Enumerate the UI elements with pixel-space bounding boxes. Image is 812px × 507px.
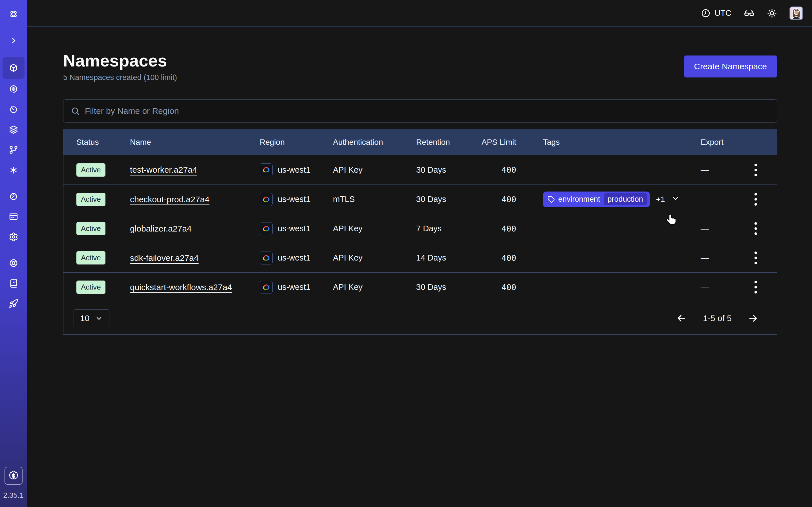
tag-value: production [604, 193, 647, 205]
clock-icon [701, 8, 711, 18]
sidebar-item-support[interactable] [3, 253, 24, 273]
arrow-left-icon [676, 313, 687, 324]
auth-method: API Key [333, 283, 416, 292]
gcp-cloud-icon [260, 193, 273, 206]
chevron-down-icon [671, 194, 680, 203]
sidebar-expand-chevron-icon[interactable] [3, 31, 24, 51]
aps-limit-value: 400 [481, 194, 516, 204]
status-badge: Active [77, 222, 105, 235]
namespace-link[interactable]: quickstart-workflows.a27a4 [130, 283, 232, 292]
sidebar-item-workflows[interactable] [3, 79, 24, 99]
region-label: us-west1 [278, 283, 310, 292]
sidebar-item-settings[interactable] [3, 227, 24, 247]
retention-value: 30 Days [416, 283, 481, 292]
page-size-select[interactable]: 10 [73, 309, 109, 327]
namespace-count: 5 Namespaces created (100 limit) [63, 73, 177, 82]
auth-method: API Key [333, 224, 416, 233]
user-avatar[interactable] [790, 6, 803, 20]
page-size-value: 10 [80, 314, 89, 323]
topbar: UTC [27, 0, 812, 27]
namespace-link[interactable]: checkout-prod.a27a4 [130, 194, 209, 204]
export-value: — [701, 224, 746, 233]
table-row: Active sdk-failover.a27a4 us-west1 API K… [63, 243, 777, 272]
gcp-cloud-icon [260, 222, 273, 235]
export-value: — [701, 253, 746, 263]
export-value: — [701, 165, 746, 175]
card-icon [9, 212, 18, 221]
spiral-icon [9, 84, 18, 94]
page-range: 1-5 of 5 [703, 314, 732, 323]
table-row: Active quickstart-workflows.a27a4 us-wes… [63, 272, 777, 302]
sidebar-divider [0, 183, 27, 183]
retention-value: 30 Days [416, 194, 481, 204]
status-badge: Active [77, 163, 105, 177]
row-actions-menu[interactable] [752, 191, 759, 208]
sidebar-item-docs[interactable] [3, 273, 24, 293]
col-authentication: Authentication [333, 138, 416, 147]
namespace-link[interactable]: sdk-failover.a27a4 [130, 253, 199, 263]
namespace-link[interactable]: globalizer.a27a4 [130, 224, 192, 233]
row-actions-menu[interactable] [752, 220, 759, 237]
sidebar-item-deployments[interactable] [3, 140, 24, 160]
col-export: Export [701, 138, 746, 147]
rocket-icon [9, 299, 18, 308]
col-status: Status [77, 138, 130, 147]
status-badge: Active [77, 251, 105, 265]
lifebuoy-icon [9, 258, 18, 268]
aps-limit-value: 400 [481, 224, 516, 233]
row-actions-menu[interactable] [752, 249, 759, 267]
gear-icon [9, 232, 18, 242]
tags-expand-chevron[interactable] [671, 194, 680, 205]
prev-page-button[interactable] [676, 313, 687, 324]
sidebar-item-nexus[interactable] [3, 160, 24, 180]
row-actions-menu[interactable] [752, 279, 759, 296]
next-page-button[interactable] [748, 313, 759, 324]
layers-icon [9, 125, 18, 134]
table-row: Active test-worker.a27a4 us-west1 API Ke… [63, 155, 777, 184]
region-label: us-west1 [278, 224, 310, 233]
accessibility-toggle[interactable] [744, 8, 755, 18]
region-label: us-west1 [278, 194, 310, 204]
col-region: Region [260, 138, 333, 147]
app-version: 2.35.1 [3, 491, 23, 500]
namespace-link[interactable]: test-worker.a27a4 [130, 165, 197, 174]
sidebar-divider [0, 250, 27, 250]
sidebar-item-billing[interactable] [3, 207, 24, 227]
sidebar: 2.35.1 [0, 0, 27, 507]
col-aps-limit: APS Limit [481, 138, 516, 147]
table-header: Status Name Region Authentication Retent… [63, 129, 777, 155]
sidebar-item-getting-started[interactable] [3, 293, 24, 314]
row-actions-menu[interactable] [752, 161, 759, 179]
temporal-logo-icon[interactable] [3, 4, 24, 24]
table-footer: 10 1-5 of 5 [63, 302, 777, 334]
arrow-right-icon [748, 313, 759, 324]
create-namespace-button[interactable]: Create Namespace [684, 55, 777, 77]
timezone-selector[interactable]: UTC [701, 8, 731, 18]
credits-button[interactable] [4, 467, 22, 485]
sidebar-item-schedules[interactable] [3, 99, 24, 119]
auth-method: mTLS [333, 194, 416, 204]
status-badge: Active [77, 281, 105, 294]
filter-input[interactable] [85, 106, 769, 116]
tag-more-count: +1 [656, 195, 665, 204]
tag-badge[interactable]: environment production [543, 191, 650, 207]
col-retention: Retention [416, 138, 481, 147]
aps-limit-value: 400 [481, 283, 516, 292]
sidebar-item-usage[interactable] [3, 186, 24, 207]
export-value: — [701, 194, 746, 204]
retention-value: 14 Days [416, 253, 481, 263]
sidebar-item-namespaces[interactable] [3, 57, 24, 79]
gcp-cloud-icon [260, 281, 273, 294]
book-sparkles-icon [9, 279, 18, 288]
glasses-icon [744, 8, 755, 18]
table-row: Active globalizer.a27a4 us-west1 API Key… [63, 214, 777, 243]
timezone-label: UTC [714, 8, 731, 18]
aps-limit-value: 400 [481, 253, 516, 263]
table-body: Active test-worker.a27a4 us-west1 API Ke… [63, 155, 777, 302]
sidebar-item-batch-operations[interactable] [3, 119, 24, 140]
tag-key: environment [558, 195, 600, 204]
theme-toggle[interactable] [767, 8, 777, 18]
aps-limit-value: 400 [481, 165, 516, 175]
timer-icon [9, 105, 18, 114]
status-badge: Active [77, 193, 105, 206]
